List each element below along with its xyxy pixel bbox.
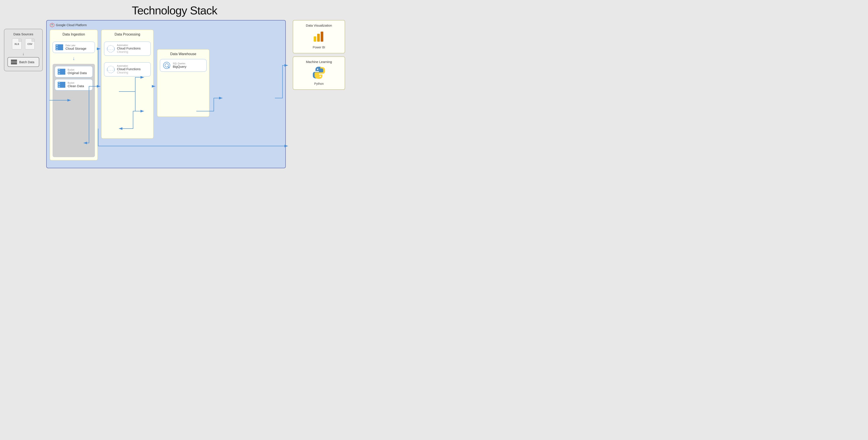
gcp-header: Google Cloud Platform [50, 23, 282, 28]
xls-file-icon: XLS [12, 39, 22, 50]
original-data-labels: Bucket Original Data [68, 69, 87, 75]
xls-label: XLS [14, 43, 19, 45]
cloud-storage-labels: Data Lake Cloud Storage [65, 44, 86, 50]
cloud-storage-icon [55, 44, 63, 50]
data-ingestion-section: Data Ingestion Data Lake [50, 30, 98, 160]
clean-data-icon [58, 81, 65, 88]
data-sources-box: Data Sources XLS CSV ↓ Batch Data [4, 29, 43, 71]
grey-sub-container: Bucket Original Data [53, 64, 95, 157]
svg-point-31 [319, 76, 321, 77]
gcp-logo-icon [50, 23, 55, 28]
cf2-sublabel: Automation [117, 65, 141, 67]
batch-line-2 [11, 62, 17, 63]
batch-line-1 [11, 60, 17, 61]
cloud-functions-2-card: {...} Automation Cloud Functions Cleanin… [104, 62, 151, 76]
svg-rect-27 [314, 36, 316, 42]
data-warehouse-section: Data Warehouse SQL Queries BigQuery [157, 49, 210, 117]
batch-data-box: Batch Data [7, 57, 39, 67]
bigquery-icon [163, 62, 170, 69]
main-content: Data Sources XLS CSV ↓ Batch Data [0, 20, 349, 176]
gcp-content: Data Ingestion Data Lake [50, 30, 282, 172]
xls-shape: XLS [12, 39, 22, 49]
powerbi-icon [312, 29, 326, 43]
data-visualization-title: Data Visualization [306, 24, 332, 27]
cf1-subtitle: Cleaning [117, 50, 141, 54]
batch-line-3 [11, 63, 17, 64]
cf2-title: Cloud Functions [117, 67, 141, 71]
svg-rect-17 [58, 84, 60, 85]
python-icon [312, 66, 326, 80]
svg-rect-5 [56, 47, 58, 48]
cf1-title: Cloud Functions [117, 46, 141, 50]
data-sources-title: Data Sources [7, 32, 39, 36]
bigquery-sublabel: SQL Queries [173, 62, 187, 65]
clean-data-card: Bucket Clean Data [55, 79, 93, 91]
machine-learning-box: Machine Learning Python [293, 57, 345, 90]
data-warehouse-title: Data Warehouse [160, 52, 207, 56]
svg-rect-18 [58, 86, 60, 87]
svg-rect-28 [317, 34, 320, 42]
svg-rect-10 [58, 69, 60, 70]
batch-icon [11, 60, 17, 64]
powerbi-label: Power BI [313, 45, 325, 49]
data-processing-title: Data Processing [104, 32, 151, 36]
clean-data-sublabel: Bucket [68, 82, 84, 84]
ingestion-down-arrow: ↓ [53, 56, 95, 61]
csv-file-icon: CSV [25, 39, 35, 50]
original-data-icon [58, 68, 65, 75]
svg-rect-16 [58, 82, 60, 83]
python-label: Python [314, 82, 324, 86]
svg-text:{...}: {...} [107, 47, 115, 50]
bigquery-card: SQL Queries BigQuery [160, 59, 207, 72]
svg-rect-29 [321, 32, 323, 42]
clean-data-title: Clean Data [68, 84, 84, 88]
bigquery-title: BigQuery [173, 65, 187, 68]
file-icons-row: XLS CSV [7, 39, 39, 50]
original-data-title: Original Data [68, 71, 87, 75]
clean-data-labels: Bucket Clean Data [68, 82, 84, 88]
svg-rect-11 [58, 71, 60, 72]
machine-learning-title: Machine Learning [306, 60, 332, 64]
svg-rect-4 [56, 45, 58, 46]
csv-label: CSV [28, 43, 32, 45]
cf1-sublabel: Automation [117, 44, 141, 46]
svg-rect-12 [58, 73, 60, 74]
cf2-labels: Automation Cloud Functions Cleaning [117, 65, 141, 74]
svg-point-30 [317, 69, 318, 70]
gcp-container: Google Cloud Platform Data Ingestion [46, 20, 286, 168]
cloud-storage-title: Cloud Storage [65, 47, 86, 50]
svg-rect-6 [56, 49, 58, 50]
down-arrow: ↓ [7, 52, 39, 56]
cloud-storage-card: Data Lake Cloud Storage [53, 42, 95, 53]
page-title: Technology Stack [0, 0, 349, 20]
cf2-subtitle: Cleaning [117, 71, 141, 74]
data-visualization-box: Data Visualization Power BI [293, 20, 345, 54]
csv-shape: CSV [25, 39, 35, 49]
original-data-card: Bucket Original Data [55, 66, 93, 77]
cloud-storage-sublabel: Data Lake [65, 44, 86, 47]
batch-label: Batch Data [19, 60, 34, 64]
bigquery-labels: SQL Queries BigQuery [173, 62, 187, 68]
cloud-functions-1-card: {...} Automation Cloud Functions Cleanin… [104, 42, 151, 56]
svg-point-0 [52, 25, 53, 26]
data-ingestion-title: Data Ingestion [53, 32, 95, 36]
cloud-functions-1-icon: {...} [107, 45, 115, 53]
cloud-functions-2-icon: {...} [107, 66, 115, 73]
data-processing-section: Data Processing {...} Automation Cloud F… [101, 30, 154, 139]
gcp-label: Google Cloud Platform [56, 23, 87, 27]
svg-text:{...}: {...} [107, 68, 115, 71]
original-data-sublabel: Bucket [68, 69, 87, 71]
cf1-labels: Automation Cloud Functions Cleaning [117, 44, 141, 54]
right-col: Data Visualization Power BI Machine Lear… [293, 20, 345, 90]
